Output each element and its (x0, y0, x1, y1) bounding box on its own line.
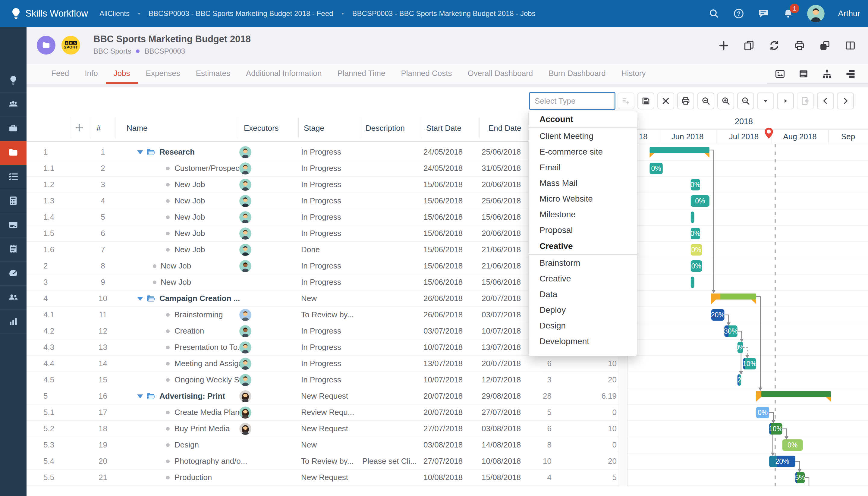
select-type-input[interactable] (529, 92, 616, 110)
gantt-task-bar[interactable]: 2 (738, 374, 741, 386)
breadcrumb-item[interactable]: BBCSP0003 - BBC Sports Marketing Budget … (352, 9, 535, 18)
job-name[interactable]: Presentation to To... (174, 339, 244, 355)
dropdown-option[interactable]: Data (529, 286, 637, 302)
gantt-task-bar[interactable]: 5% (795, 472, 805, 483)
table-row[interactable]: 4.414Meeting and Assign...In Progress13/… (27, 356, 618, 372)
gantt-task-bar[interactable]: 0% (756, 407, 769, 418)
save-button[interactable] (637, 93, 654, 109)
tab-overall-dashboard[interactable]: Overall Dashboard (460, 64, 541, 84)
gantt-task-bar[interactable]: 0% (691, 195, 710, 207)
dropdown-option[interactable]: Development (529, 334, 637, 349)
print-action-icon[interactable] (794, 40, 805, 51)
collapse-caret-icon[interactable] (137, 394, 143, 398)
add-action-icon[interactable] (718, 40, 729, 51)
sidebar-item-gauge[interactable] (0, 262, 27, 286)
gantt-task-bar[interactable] (691, 277, 694, 288)
chevron-right-button[interactable] (837, 93, 854, 109)
dropdown-option[interactable]: Milestone (529, 207, 637, 222)
job-name[interactable]: Production (174, 469, 212, 485)
gantt-task-bar[interactable]: 10% (769, 423, 783, 435)
drag-handle-icon[interactable] (75, 123, 84, 133)
gantt-task-bar[interactable] (691, 212, 694, 223)
gantt-task-bar[interactable]: 10% (743, 358, 757, 369)
gantt-task-bar[interactable]: 0% (691, 260, 702, 272)
chat-icon[interactable] (758, 8, 769, 19)
table-row[interactable]: 5.117Create Media Plan (...Review Requ..… (27, 404, 618, 421)
tab-planned-time[interactable]: Planned Time (329, 64, 393, 84)
job-name[interactable]: New Job (174, 209, 205, 225)
sidebar-item-calculator[interactable] (0, 189, 27, 213)
gantt-task-bar[interactable]: 20% (711, 309, 725, 321)
tab-estimates[interactable]: Estimates (188, 64, 238, 84)
sidebar-item-team[interactable] (0, 93, 27, 117)
dropdown-option[interactable]: Email (529, 160, 637, 175)
job-name[interactable]: Campaign Creation ... (159, 291, 240, 307)
tab-jobs[interactable]: Jobs (106, 64, 138, 84)
gantt-summary-bar[interactable] (756, 391, 831, 402)
gantt-task-bar[interactable]: 0% (650, 163, 663, 174)
job-name[interactable]: Advertising: Print (159, 388, 225, 404)
job-name[interactable]: New Job (174, 193, 205, 209)
tab-burn-dashboard[interactable]: Burn Dashboard (541, 64, 613, 84)
breadcrumb-item[interactable]: BBCSP0003 - BBC Sports Marketing Budget … (149, 9, 333, 18)
copy-action-icon[interactable] (743, 40, 755, 51)
tab-history[interactable]: History (614, 64, 654, 84)
job-name[interactable]: Brainstorming (174, 307, 223, 323)
collapse-caret-icon[interactable] (137, 297, 143, 301)
job-name[interactable]: New Job (174, 176, 205, 192)
sidebar-item-users[interactable] (0, 286, 27, 310)
caret-right-button[interactable] (777, 93, 794, 109)
print-button[interactable] (677, 93, 694, 109)
dropdown-option[interactable]: Deploy (529, 302, 637, 318)
zoom-in-button[interactable] (717, 93, 734, 109)
tab-planned-costs[interactable]: Planned Costs (393, 64, 460, 84)
gantt-task-bar[interactable]: 0% (782, 439, 803, 451)
search-icon[interactable] (708, 8, 720, 19)
job-name[interactable]: Design (174, 437, 199, 453)
gantt-task-bar[interactable]: 0% (691, 179, 700, 190)
job-name[interactable]: Photography and/o... (174, 453, 247, 469)
column-header-start-date[interactable]: Start Date (426, 114, 462, 142)
sidebar-item-receipt[interactable] (0, 237, 27, 262)
table-view-icon[interactable] (798, 68, 809, 79)
dropdown-option[interactable]: Design (529, 318, 637, 334)
image-view-icon[interactable] (775, 68, 786, 79)
windows-action-icon[interactable] (819, 40, 831, 51)
column-header-end-date[interactable]: End Date (489, 114, 521, 142)
job-name[interactable]: Creation (174, 323, 204, 339)
job-name[interactable]: Meeting and Assign... (174, 356, 250, 372)
tree-view-icon[interactable] (822, 68, 833, 79)
sidebar-item-lamp[interactable] (0, 69, 27, 93)
tab-info[interactable]: Info (77, 64, 106, 84)
breadcrumb-item[interactable]: AllClients (99, 9, 129, 18)
job-name[interactable]: Customer/Prospect... (174, 160, 248, 176)
dropdown-option[interactable]: Brainstorm (529, 255, 637, 271)
table-row[interactable]: 5.218Buy Print MediaNew Request27/07/201… (27, 421, 618, 437)
dropdown-option[interactable]: Client Meeting (529, 128, 637, 144)
job-name[interactable]: New Job (161, 274, 191, 290)
tab-additional-information[interactable]: Additional Information (238, 64, 329, 84)
rows-view-icon[interactable] (845, 68, 856, 79)
column-header-name[interactable]: Name (127, 114, 148, 142)
clear-button[interactable] (657, 93, 674, 109)
job-name[interactable]: Ongoing Weekly St... (174, 372, 248, 388)
column-header-stage[interactable]: Stage (304, 114, 324, 142)
collapse-caret-icon[interactable] (137, 150, 143, 154)
job-name[interactable]: New Job (161, 258, 191, 274)
column-header-description[interactable]: Description (366, 114, 405, 142)
zoom-out-button[interactable] (697, 93, 714, 109)
bell-icon[interactable]: 1 (782, 8, 794, 19)
job-name[interactable]: Buy Print Media (174, 421, 230, 437)
dropdown-option[interactable]: Proposal (529, 222, 637, 238)
gantt-summary-bar[interactable] (711, 294, 756, 304)
dropdown-option[interactable]: Mass Mail (529, 175, 637, 191)
gantt-task-bar[interactable]: 0% (691, 228, 700, 239)
tab-expenses[interactable]: Expenses (138, 64, 188, 84)
dropdown-option[interactable]: E-commerce site (529, 144, 637, 160)
job-name[interactable]: New Job (174, 242, 205, 258)
table-row[interactable]: 4.515Ongoing Weekly St...In Progress10/0… (27, 372, 618, 388)
column-header-#[interactable]: # (96, 114, 100, 142)
gantt-task-bar[interactable]: 30% (724, 325, 738, 337)
dropdown-option[interactable]: Creative (529, 271, 637, 286)
gantt-task-bar[interactable]: 20% (769, 455, 795, 467)
